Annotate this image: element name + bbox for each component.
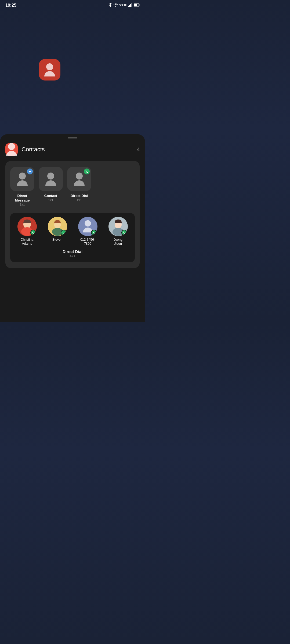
- status-icons: VoLTE: [108, 3, 140, 8]
- direct-dial-footer: Direct Dial 4x1: [13, 249, 132, 258]
- direct-dial-title: Direct Dial: [13, 249, 132, 254]
- battery-icon: [134, 3, 140, 8]
- name-jeong: JeongJieun: [114, 238, 122, 246]
- sheet-title: Contacts: [21, 146, 137, 153]
- direct-message-icon-box: [10, 167, 34, 191]
- avatar-christina: [17, 217, 37, 236]
- sheet-header: Contacts 4: [5, 143, 140, 156]
- widget-area: DirectMessage 1x1 Contact 1x1: [5, 161, 140, 268]
- name-steven: Steven: [52, 238, 62, 242]
- widget-direct-dial-small[interactable]: Direct Dial 1x1: [67, 167, 91, 207]
- phone-badge-christina: [30, 230, 36, 236]
- sheet-count: 4: [137, 147, 140, 152]
- phone-badge: [84, 169, 90, 174]
- avatar-jeong: [108, 217, 128, 236]
- svg-rect-3: [131, 3, 132, 7]
- svg-rect-5: [139, 4, 140, 6]
- phone-badge-jeong: [121, 230, 127, 236]
- status-time: 19:25: [5, 3, 16, 8]
- svg-rect-1: [129, 5, 130, 7]
- widget-direct-dial-small-label: Direct Dial 1x1: [71, 194, 88, 202]
- wifi-icon: [114, 3, 118, 8]
- svg-rect-2: [130, 4, 131, 7]
- widget-direct-dial-4x1[interactable]: ChristinaAdams: [10, 213, 135, 262]
- signal-icon: [128, 3, 132, 8]
- dial-contacts-row: ChristinaAdams: [13, 217, 132, 246]
- direct-dial-size: 4x1: [13, 254, 132, 258]
- avatar-number: [78, 217, 97, 236]
- svg-rect-0: [128, 6, 129, 7]
- dial-contact-jeong[interactable]: JeongJieun: [108, 217, 128, 246]
- message-badge: [27, 169, 33, 174]
- name-christina: ChristinaAdams: [21, 238, 33, 246]
- bluetooth-icon: [108, 3, 112, 8]
- bottom-sheet: Contacts 4 D: [0, 134, 145, 322]
- widgets-top-row: DirectMessage 1x1 Contact 1x1: [10, 167, 135, 207]
- drag-handle: [68, 137, 77, 138]
- phone-badge-number: [91, 230, 97, 236]
- contact-icon-box: [39, 167, 63, 191]
- sheet-app-icon: [5, 143, 18, 156]
- avatar-steven: [48, 217, 67, 236]
- direct-dial-small-icon-box: [67, 167, 91, 191]
- widget-direct-message-label: DirectMessage 1x1: [15, 194, 30, 207]
- name-number: 012-3456-7890: [80, 238, 95, 246]
- svg-rect-6: [134, 4, 137, 6]
- dial-contact-steven[interactable]: Steven: [48, 217, 67, 246]
- dial-contact-christina[interactable]: ChristinaAdams: [17, 217, 37, 246]
- contacts-app-icon[interactable]: [39, 59, 60, 80]
- dial-contact-number[interactable]: 012-3456-7890: [78, 217, 97, 246]
- phone-badge-steven: [61, 230, 67, 236]
- widget-contact[interactable]: Contact 1x1: [39, 167, 63, 207]
- widget-direct-message[interactable]: DirectMessage 1x1: [10, 167, 34, 207]
- status-bar: 19:25 VoLTE: [0, 0, 145, 9]
- widget-contact-label: Contact 1x1: [44, 194, 57, 202]
- volte-icon: VoLTE: [119, 4, 127, 7]
